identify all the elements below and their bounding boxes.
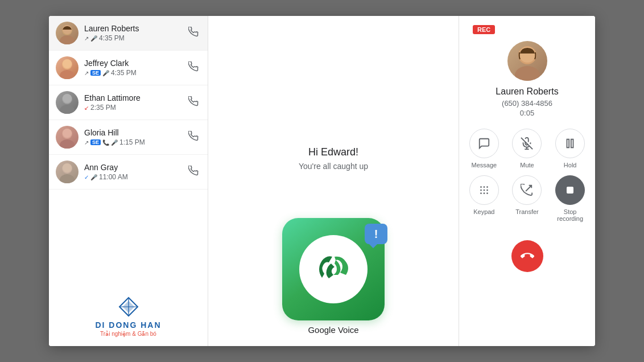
svg-point-14 bbox=[63, 163, 72, 172]
arrow-icon-jeffrey: ↗ bbox=[84, 70, 89, 76]
brand-tagline: Trải nghiệm & Gắn bó bbox=[100, 331, 156, 337]
empty-state: Hi Edward! You're all caught up bbox=[299, 146, 368, 171]
call-duration: 0:05 bbox=[520, 109, 534, 117]
contact-time-ethan: 2:35 PM bbox=[90, 104, 116, 112]
end-call-icon bbox=[521, 249, 534, 263]
svg-rect-37 bbox=[567, 187, 573, 194]
mute-icon-circle bbox=[512, 129, 542, 158]
app-label: Google Voice bbox=[308, 325, 358, 335]
avatar-gloria bbox=[56, 126, 79, 149]
keypad-button[interactable]: Keypad bbox=[466, 175, 502, 222]
svg-point-10 bbox=[60, 139, 75, 149]
contact-item-jeffrey[interactable]: Jeffrey Clark ↗ SE 🎤 4:35 PM bbox=[49, 51, 208, 85]
rec-badge: REC bbox=[473, 25, 495, 34]
hold-button[interactable]: Hold bbox=[552, 129, 588, 168]
stop-recording-button[interactable]: Stop recording bbox=[552, 175, 588, 222]
call-button-gloria[interactable] bbox=[186, 129, 201, 146]
svg-point-28 bbox=[483, 186, 485, 188]
contact-item-gloria[interactable]: Gloria Hill ↗ SE 📞 🎤 1:15 PM bbox=[49, 120, 208, 155]
contact-item-lauren[interactable]: Lauren Roberts ↗ 🎤 4:35 PM bbox=[49, 16, 208, 51]
contact-info-gloria: Gloria Hill ↗ SE 📞 🎤 1:15 PM bbox=[84, 128, 186, 146]
check-icon-ann: ✓ bbox=[84, 174, 89, 180]
stop-recording-icon-circle bbox=[555, 175, 585, 205]
arrow-icon-ethan: ↙ bbox=[84, 105, 89, 111]
stop-recording-label: Stop recording bbox=[552, 208, 588, 222]
brand-name: DI DONG HAN bbox=[95, 320, 161, 330]
svg-point-30 bbox=[480, 190, 482, 191]
transfer-button[interactable]: Transfer bbox=[509, 175, 546, 222]
caller-avatar-svg bbox=[507, 41, 547, 81]
hold-label: Hold bbox=[564, 162, 577, 168]
hold-icon-circle bbox=[555, 129, 585, 158]
contact-time-gloria: 1:15 PM bbox=[119, 138, 145, 146]
exclamation-bubble: ! bbox=[365, 224, 387, 244]
avatar-jeffrey bbox=[56, 56, 79, 79]
avatar-ethan bbox=[56, 91, 79, 114]
contact-name-lauren: Lauren Roberts bbox=[84, 24, 186, 33]
message-icon-circle bbox=[469, 129, 499, 158]
contact-item-ann[interactable]: Ann Gray ✓ 🎤 11:00 AM bbox=[49, 155, 208, 190]
svg-rect-26 bbox=[571, 139, 573, 148]
middle-panel: Hi Edward! You're all caught up ! bbox=[208, 16, 459, 346]
caller-name: Lauren Roberts bbox=[496, 87, 558, 97]
mic-icon-jeffrey: 🎤 bbox=[102, 70, 109, 76]
contact-meta-ann: ✓ 🎤 11:00 AM bbox=[84, 173, 186, 181]
contact-meta-gloria: ↗ SE 📞 🎤 1:15 PM bbox=[84, 138, 186, 146]
mute-button[interactable]: Mute bbox=[509, 129, 546, 168]
contact-meta-jeffrey: ↗ SE 🎤 4:35 PM bbox=[84, 69, 186, 77]
contact-name-jeffrey: Jeffrey Clark bbox=[84, 59, 186, 68]
app-container: Lauren Roberts ↗ 🎤 4:35 PM bbox=[49, 16, 595, 346]
svg-point-31 bbox=[483, 190, 485, 191]
empty-state-title: Hi Edward! bbox=[299, 146, 368, 158]
app-icon-inner bbox=[299, 235, 368, 303]
call-button-ethan[interactable] bbox=[186, 94, 201, 112]
app-icon-wrapper: ! bbox=[282, 218, 385, 320]
contact-info-ann: Ann Gray ✓ 🎤 11:00 AM bbox=[84, 163, 186, 181]
svg-rect-25 bbox=[567, 139, 569, 148]
se-badge-gloria: SE bbox=[90, 139, 101, 145]
branding-section: DI DONG HAN Trải nghiệm & Gắn bó bbox=[49, 286, 208, 346]
call-button-jeffrey[interactable] bbox=[186, 59, 201, 77]
svg-point-27 bbox=[480, 186, 482, 188]
message-label: Message bbox=[472, 162, 497, 168]
contact-info-jeffrey: Jeffrey Clark ↗ SE 🎤 4:35 PM bbox=[84, 59, 186, 77]
svg-point-11 bbox=[63, 129, 72, 138]
svg-point-20 bbox=[515, 66, 540, 81]
svg-point-4 bbox=[60, 70, 75, 79]
contact-name-ann: Ann Gray bbox=[84, 163, 186, 172]
contact-meta-lauren: ↗ 🎤 4:35 PM bbox=[84, 34, 186, 42]
avatar-ann bbox=[56, 161, 79, 183]
svg-point-8 bbox=[63, 94, 72, 103]
caller-number: (650) 384-4856 bbox=[502, 99, 552, 108]
svg-point-33 bbox=[480, 192, 482, 194]
call-button-ann[interactable] bbox=[186, 163, 201, 181]
voice-phone-svg bbox=[311, 246, 356, 292]
left-panel: Lauren Roberts ↗ 🎤 4:35 PM bbox=[49, 16, 208, 346]
contact-name-ethan: Ethan Lattimore bbox=[84, 93, 186, 102]
mic-icon-gloria: 🎤 bbox=[111, 139, 118, 146]
svg-line-36 bbox=[526, 186, 532, 191]
svg-point-7 bbox=[60, 105, 75, 114]
action-buttons-grid: Message Mute bbox=[466, 129, 588, 222]
contact-name-gloria: Gloria Hill bbox=[84, 128, 186, 137]
exclamation-text: ! bbox=[374, 228, 378, 241]
svg-point-35 bbox=[486, 192, 488, 194]
transfer-icon-circle bbox=[512, 175, 542, 205]
mute-label: Mute bbox=[520, 162, 534, 168]
contact-time-jeffrey: 4:35 PM bbox=[111, 69, 137, 77]
contact-time-ann: 11:00 AM bbox=[99, 173, 128, 181]
end-call-button[interactable] bbox=[511, 240, 543, 272]
mic-icon: 🎤 bbox=[90, 35, 97, 42]
arrow-icon: ↗ bbox=[84, 35, 89, 42]
avatar-lauren bbox=[56, 22, 79, 44]
svg-point-1 bbox=[60, 35, 75, 44]
call-button-lauren[interactable] bbox=[186, 24, 201, 42]
svg-point-29 bbox=[486, 186, 488, 188]
contact-time-lauren: 4:35 PM bbox=[99, 34, 125, 42]
transfer-label: Transfer bbox=[515, 208, 539, 215]
contact-item-ethan[interactable]: Ethan Lattimore ↙ 2:35 PM bbox=[49, 85, 208, 120]
contact-info-ethan: Ethan Lattimore ↙ 2:35 PM bbox=[84, 93, 186, 112]
mic-icon-ann: 🎤 bbox=[90, 174, 97, 180]
svg-point-34 bbox=[483, 192, 485, 194]
message-button[interactable]: Message bbox=[466, 129, 502, 168]
